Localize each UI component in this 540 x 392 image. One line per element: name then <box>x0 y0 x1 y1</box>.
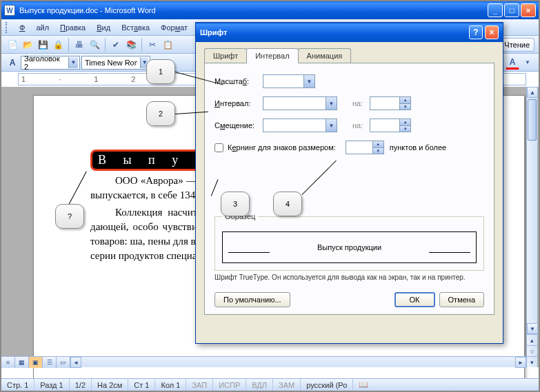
horizontal-scrollbar[interactable]: ≡ ▦ ▣ ☰ ▭ ◄ ► <box>1 356 526 367</box>
status-at: На 2см <box>92 379 128 391</box>
cancel-button[interactable]: Отмена <box>439 292 484 307</box>
position-by-spinner[interactable]: ▲▼ <box>370 118 411 132</box>
callout-1: 1 <box>146 59 175 84</box>
callout-2: 2 <box>146 101 175 126</box>
dialog-title: Шрифт <box>200 28 467 37</box>
status-trk: ИСПР <box>213 379 246 391</box>
tab-font[interactable]: Шрифт <box>204 48 247 63</box>
spacing-by-label: на: <box>352 99 363 107</box>
print-preview-icon[interactable]: 🔍 <box>88 38 101 52</box>
copy-icon[interactable]: 📋 <box>161 38 174 52</box>
spacing-by-spinner[interactable]: ▲▼ <box>370 96 411 110</box>
reading-label: Чтение <box>504 41 530 49</box>
status-lang: русский (Ро <box>301 379 353 391</box>
callout-3: 3 <box>221 192 250 216</box>
status-col: Кол 1 <box>155 379 186 391</box>
spacing-label: Интервал: <box>214 99 263 107</box>
status-page: Стр. 1 <box>1 379 34 391</box>
scroll-right-icon[interactable]: ► <box>515 357 526 368</box>
default-button[interactable]: По умолчанию... <box>214 292 290 307</box>
kerning-label: Кернинг для знаков размером: <box>228 143 336 152</box>
status-bar: Стр. 1 Разд 1 1/2 На 2см Ст 1 Кол 1 ЗАП … <box>1 378 539 391</box>
styles-pane-icon[interactable]: A <box>6 56 19 70</box>
chevron-down-icon: ▼ <box>303 75 314 87</box>
outline-view-icon[interactable]: ☰ <box>43 357 57 368</box>
status-rec: ЗАП <box>186 379 213 391</box>
status-pages: 1/2 <box>70 379 92 391</box>
truetype-note: Шрифт TrueType. Он используется для выво… <box>214 274 484 281</box>
normal-view-icon[interactable]: ≡ <box>1 357 15 368</box>
position-by-label: на: <box>352 121 363 130</box>
status-line: Ст 1 <box>128 379 155 391</box>
spellcheck-icon[interactable]: ✔ <box>109 38 123 52</box>
status-section: Разд 1 <box>34 379 69 391</box>
sample-preview: Выпуск продукции <box>222 231 477 263</box>
menu-edit[interactable]: Правка <box>54 23 91 32</box>
menu-file[interactable]: Файл <box>14 23 54 32</box>
menu-format[interactable]: Формат <box>155 23 193 32</box>
close-button[interactable]: × <box>521 3 536 17</box>
kerning-checkbox[interactable] <box>214 143 223 152</box>
tab-spacing[interactable]: Интервал <box>246 48 298 63</box>
toolbar-grip-icon <box>6 22 10 33</box>
scroll-left-icon[interactable]: ◄ <box>70 357 81 368</box>
points-label: пунктов и более <box>390 143 446 152</box>
position-label: Смещение: <box>214 121 263 130</box>
window-title: Выпуск продукции.doc - Microsoft Word <box>19 6 488 14</box>
new-doc-icon[interactable]: 📄 <box>6 38 19 52</box>
dialog-titlebar[interactable]: Шрифт ? × <box>196 23 503 42</box>
style-value: Заголовок 2 <box>24 54 66 71</box>
font-color-icon[interactable]: A <box>506 56 519 70</box>
scroll-down-icon[interactable]: ▼ <box>527 323 538 334</box>
web-view-icon[interactable]: ▦ <box>15 357 29 368</box>
callout-4: 4 <box>273 192 302 216</box>
status-spell-icon[interactable]: 📖 <box>353 379 374 391</box>
chevron-down-icon: ▼ <box>326 97 337 110</box>
font-value: Times New Roman <box>85 59 137 67</box>
scale-combo[interactable]: ▼ <box>263 74 315 88</box>
prev-page-icon[interactable]: ▴ <box>527 334 537 345</box>
position-combo[interactable]: ▼ <box>263 118 337 132</box>
spacing-tab-pane: Масштаб: ▼ Интервал: ▼ на: ▲▼ Смещение: … <box>204 63 494 315</box>
kerning-size-spinner[interactable]: ▲▼ <box>346 141 384 154</box>
reading-view-icon[interactable]: ▭ <box>57 357 70 368</box>
open-icon[interactable]: 📂 <box>21 38 34 52</box>
research-icon[interactable]: 📚 <box>124 38 138 52</box>
spacing-combo[interactable]: ▼ <box>263 96 337 110</box>
dialog-help-button[interactable]: ? <box>469 25 483 39</box>
main-titlebar: W Выпуск продукции.doc - Microsoft Word … <box>1 1 539 19</box>
maximize-button[interactable]: □ <box>504 3 519 17</box>
word-doc-icon: W <box>4 5 15 16</box>
status-ext: ВДЛ <box>246 379 273 391</box>
scroll-thumb[interactable] <box>528 99 537 141</box>
chevron-down-icon[interactable]: ▼ <box>521 56 534 70</box>
save-icon[interactable]: 💾 <box>36 38 50 52</box>
tab-animation[interactable]: Анимация <box>298 48 352 63</box>
menu-view[interactable]: Вид <box>91 23 116 32</box>
cut-icon[interactable]: ✂ <box>146 38 159 52</box>
browse-object-icon[interactable]: ○ <box>527 345 537 356</box>
style-combo[interactable]: Заголовок 2▼ <box>21 56 80 70</box>
sample-fieldset: Образец Выпуск продукции <box>214 212 484 271</box>
vertical-scrollbar[interactable]: ▲ ▼ ▴ ○ ▾ <box>526 87 537 367</box>
font-combo[interactable]: Times New Roman▼ <box>81 56 150 70</box>
chevron-down-icon: ▼ <box>326 119 337 132</box>
scroll-up-icon[interactable]: ▲ <box>527 87 538 98</box>
ok-button[interactable]: ОК <box>394 292 435 307</box>
next-page-icon[interactable]: ▾ <box>527 356 537 367</box>
dialog-close-button[interactable]: × <box>485 25 499 39</box>
callout-question: ? <box>55 204 84 229</box>
print-view-icon[interactable]: ▣ <box>29 357 43 368</box>
minimize-button[interactable]: _ <box>488 3 503 17</box>
permissions-icon[interactable]: 🔒 <box>51 38 65 52</box>
print-icon[interactable]: 🖶 <box>72 38 86 52</box>
chevron-down-icon: ▼ <box>68 57 78 68</box>
status-ovr: ЗАМ <box>273 379 301 391</box>
font-dialog: Шрифт ? × Шрифт Интервал Анимация Масшта… <box>195 22 503 344</box>
menu-insert[interactable]: Вставка <box>116 23 155 32</box>
